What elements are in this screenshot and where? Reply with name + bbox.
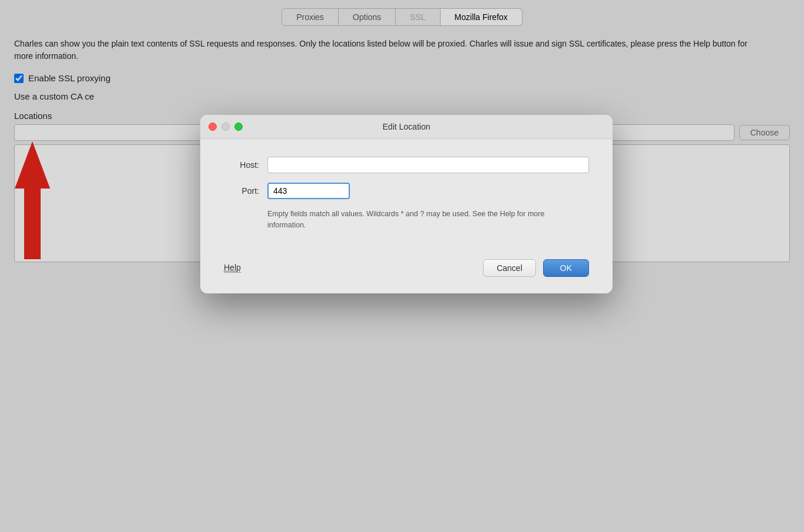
hint-text: Empty fields match all values. Wildcards… bbox=[267, 209, 562, 231]
minimize-button[interactable] bbox=[221, 123, 230, 131]
modal-title: Edit Location bbox=[383, 122, 431, 131]
port-row: Port: bbox=[224, 183, 589, 199]
edit-location-dialog: Edit Location Host: Port: Empty fields m… bbox=[200, 115, 613, 293]
ok-button[interactable]: OK bbox=[543, 259, 589, 277]
host-input[interactable] bbox=[267, 157, 589, 173]
background-panel: Proxies Options SSL Mozilla Firefox Char… bbox=[0, 0, 804, 532]
help-link[interactable]: Help bbox=[224, 263, 241, 273]
modal-footer: Help Cancel OK bbox=[200, 259, 613, 293]
host-row: Host: bbox=[224, 157, 589, 173]
cancel-button[interactable]: Cancel bbox=[483, 259, 536, 277]
host-label: Host: bbox=[224, 160, 259, 170]
port-label: Port: bbox=[224, 186, 259, 196]
modal-titlebar: Edit Location bbox=[200, 115, 613, 139]
maximize-button[interactable] bbox=[234, 123, 243, 131]
port-input[interactable] bbox=[267, 183, 350, 199]
modal-body: Host: Port: Empty fields match all value… bbox=[200, 139, 613, 259]
close-button[interactable] bbox=[209, 123, 217, 131]
traffic-lights bbox=[209, 123, 243, 131]
